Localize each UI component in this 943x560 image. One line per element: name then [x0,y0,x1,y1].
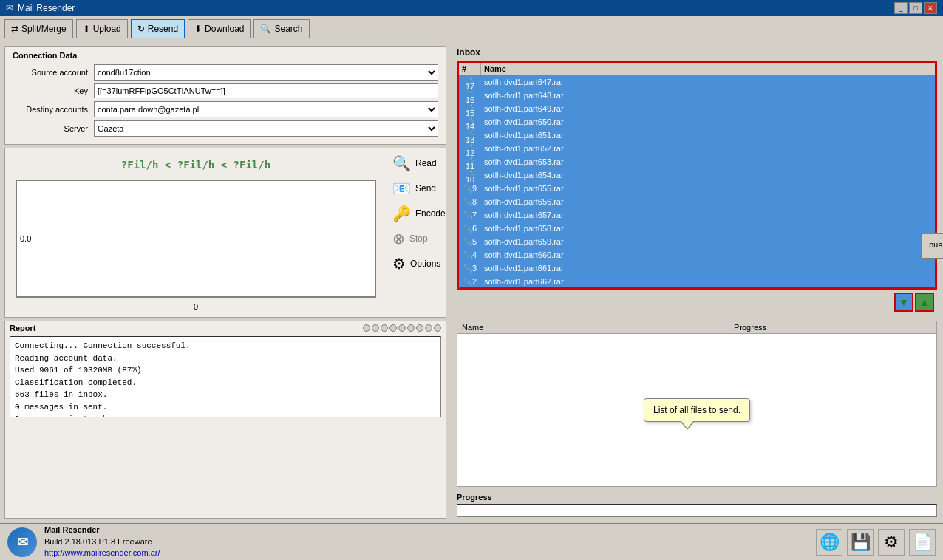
clip-icon: 📎 [466,114,474,122]
table-row[interactable]: 📎13 sotlh-dvd1.part651.rar [459,129,935,142]
download-button[interactable]: ⬇ Download [188,19,251,38]
table-row[interactable]: 📎10 sotlh-dvd1.part654.rar [459,168,935,182]
window-title: Mail Resender [18,3,75,13]
row-name: sotlh-dvd1.part647.rar [481,78,935,86]
row-num: 📎3 [459,264,481,273]
server-select[interactable]: Gazeta [94,120,438,137]
table-row[interactable]: 📎8 sotlh-dvd1.part656.rar [459,195,935,208]
clip-icon: 📎 [463,198,472,206]
row-num: 📎7 [459,211,481,219]
table-row[interactable]: 📎14 sotlh-dvd1.part650.rar [459,115,935,129]
table-row[interactable]: 📎17 sotlh-dvd1.part647.rar [459,75,935,89]
status-text: Mail Resender Build 2.18.013 P1.8 Freewa… [44,525,808,559]
scroll-arrows: ▼ ▲ [457,290,937,315]
scroll-down-button[interactable]: ▼ [894,293,913,312]
destiny-label: Destiny accounts [13,105,94,114]
options-button[interactable]: ⚙ Options [389,253,441,274]
stop-icon: ⊗ [392,230,405,247]
help-icon-button[interactable]: 🌐 [816,529,842,556]
stop-button[interactable]: ⊗ Stop [389,228,441,249]
table-row[interactable]: 📎12 sotlh-dvd1.part652.rar [459,142,935,155]
resend-side-tab[interactable]: Resend [921,233,943,259]
encode-button[interactable]: 🔑 Encode [389,203,441,224]
encode-icon: 🔑 [392,205,411,222]
tooltip-text: List of all files to send. [653,405,741,415]
report-header: Report [5,321,446,335]
row-name: sotlh-dvd1.part652.rar [481,144,935,153]
clip-icon: 📎 [463,211,472,219]
key-input[interactable] [94,83,438,98]
toolbar: ⇄ Split/Merge ⬆ Upload ↻ Resend ⬇ Downlo… [0,16,943,41]
send-button[interactable]: 📧 Send [389,178,441,199]
resend-button[interactable]: ↻ Resend [131,19,185,38]
row-name: sotlh-dvd1.part653.rar [481,157,935,166]
split-merge-button[interactable]: ⇄ Split/Merge [4,19,73,38]
read-button[interactable]: 🔍 Read [389,153,441,174]
destiny-select[interactable]: conta.para.down@gazeta.pl [94,101,438,117]
left-panel: Connection Data Source account cond8u17c… [0,41,451,523]
close-button[interactable]: ✕ [924,2,937,14]
col-hash: # [459,63,481,75]
source-label: Source account [13,68,94,77]
row-name: sotlh-dvd1.part659.rar [481,237,935,246]
minimize-button[interactable]: _ [894,2,908,14]
clip-icon: 📎 [463,185,472,193]
row-name: sotlh-dvd1.part656.rar [481,197,935,206]
file-icon-button[interactable]: 📄 [909,529,936,556]
table-row[interactable]: 📎16 sotlh-dvd1.part648.rar [459,89,935,102]
row-num: 📎4 [459,250,481,259]
col-name: Name [481,63,925,75]
maximize-button[interactable]: □ [909,2,922,14]
table-row[interactable]: 📎7 sotlh-dvd1.part657.rar [459,208,935,222]
upload-icon: ⬆ [83,24,90,34]
dot-7 [416,324,423,332]
table-row[interactable]: 📎3 sotlh-dvd1.part661.rar [459,262,935,275]
clip-icon: 📎 [466,127,474,135]
dot-5 [398,324,406,332]
status-icons: 🌐 💾 ⚙ 📄 [816,529,936,556]
scroll-up-button[interactable]: ▲ [915,293,934,312]
connection-group: Connection Data Source account cond8u17c… [4,46,446,145]
row-name: sotlh-dvd1.part654.rar [481,171,935,180]
report-group: Report Connecting... Connection successf… [4,321,446,519]
inbox-table[interactable]: # Name 📎17 sotlh-dvd1.part647.rar 📎16 so… [457,61,937,290]
dot-8 [425,324,432,332]
preview-panel: ?Fil/h < ?Fil/h < ?Fil/h 0.0 0 [10,153,382,313]
row-name: sotlh-dvd1.part657.rar [481,211,935,219]
progress-label: Progress [457,493,937,502]
dot-1 [363,324,370,332]
clip-icon: 📎 [463,278,472,286]
settings-icon-button[interactable]: ⚙ [878,529,905,556]
preview-counter: 0 [10,301,382,313]
dot-2 [372,324,379,332]
status-bar: ✉ Mail Resender Build 2.18.013 P1.8 Free… [0,523,943,560]
table-row[interactable]: 📎1 sotlh-dvd1.part663.rar [459,288,935,290]
search-button[interactable]: 🔍 Search [253,19,309,38]
title-bar: ✉ Mail Resender _ □ ✕ [0,0,943,16]
table-row[interactable]: 📎4 sotlh-dvd1.part660.rar [459,248,935,262]
options-icon: ⚙ [392,255,406,273]
upload-button[interactable]: ⬆ Upload [76,19,128,38]
preview-value-y: 0.0 [20,234,31,243]
app-url: http://www.mailresender.com.ar/ [44,547,808,559]
server-label: Server [13,124,94,133]
table-row[interactable]: 📎2 sotlh-dvd1.part662.rar [459,275,935,288]
right-panel: Inbox # Name 📎17 sotlh-dvd1.part647.rar … [451,41,943,523]
save-icon-button[interactable]: 💾 [847,529,874,556]
progress-bar [457,504,937,517]
table-row[interactable]: 📎5 sotlh-dvd1.part659.rar [459,235,935,248]
dot-3 [381,324,388,332]
app-icon: ✉ [6,3,13,13]
scrollbar-placeholder [925,63,935,75]
clip-icon: 📎 [466,87,474,95]
source-account-select[interactable]: cond8u17ction [94,64,438,81]
dot-6 [407,324,415,332]
table-row[interactable]: 📎15 sotlh-dvd1.part649.rar [459,102,935,115]
table-row[interactable]: 📎6 sotlh-dvd1.part658.rar [459,222,935,235]
table-row[interactable]: 📎9 sotlh-dvd1.part655.rar [459,182,935,195]
row-name: sotlh-dvd1.part655.rar [481,184,935,193]
report-text: Connecting... Connection successful. Rea… [10,336,441,417]
app-logo: ✉ [7,527,37,557]
clip-icon: 📎 [466,154,474,162]
table-row[interactable]: 📎11 sotlh-dvd1.part653.rar [459,155,935,168]
